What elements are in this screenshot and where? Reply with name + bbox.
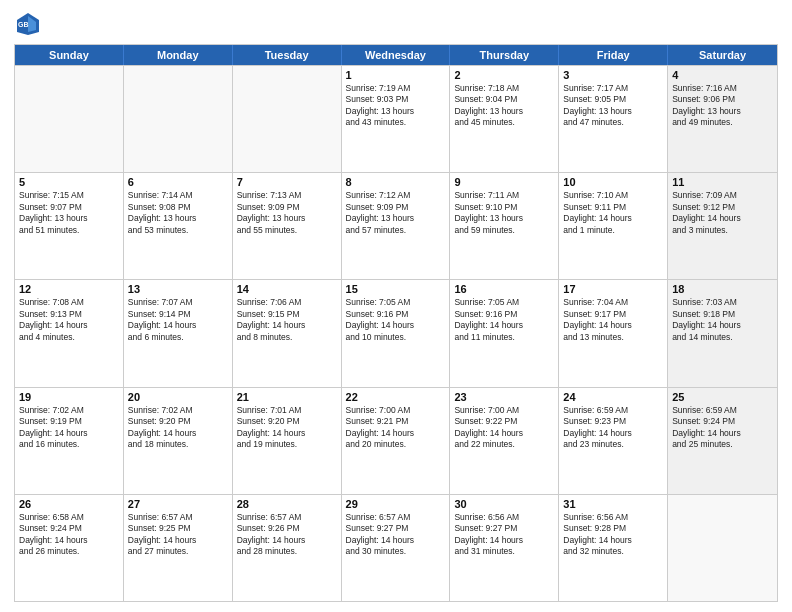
weekday-header: Sunday bbox=[15, 45, 124, 65]
day-number: 30 bbox=[454, 498, 554, 510]
calendar-row: 1Sunrise: 7:19 AMSunset: 9:03 PMDaylight… bbox=[15, 65, 777, 172]
cell-info-line: Daylight: 14 hours bbox=[128, 320, 228, 331]
cell-info-line: Sunset: 9:16 PM bbox=[454, 309, 554, 320]
cell-info-line: and 11 minutes. bbox=[454, 332, 554, 343]
cell-info-line: Daylight: 14 hours bbox=[672, 213, 773, 224]
calendar-cell: 18Sunrise: 7:03 AMSunset: 9:18 PMDayligh… bbox=[668, 280, 777, 386]
cell-info-line: Sunrise: 6:56 AM bbox=[454, 512, 554, 523]
day-number: 20 bbox=[128, 391, 228, 403]
cell-info-line: Daylight: 13 hours bbox=[672, 106, 773, 117]
cell-info-line: and 51 minutes. bbox=[19, 225, 119, 236]
cell-info-line: Sunrise: 7:02 AM bbox=[19, 405, 119, 416]
header: GB bbox=[14, 10, 778, 38]
cell-info-line: and 4 minutes. bbox=[19, 332, 119, 343]
cell-info-line: Daylight: 14 hours bbox=[237, 535, 337, 546]
cell-info-line: Sunset: 9:15 PM bbox=[237, 309, 337, 320]
cell-info-line: and 10 minutes. bbox=[346, 332, 446, 343]
cell-info-line: Sunset: 9:08 PM bbox=[128, 202, 228, 213]
cell-info-line: and 45 minutes. bbox=[454, 117, 554, 128]
cell-info-line: and 55 minutes. bbox=[237, 225, 337, 236]
day-number: 7 bbox=[237, 176, 337, 188]
cell-info-line: Daylight: 14 hours bbox=[563, 320, 663, 331]
cell-info-line: Sunset: 9:24 PM bbox=[19, 523, 119, 534]
cell-info-line: Sunrise: 7:07 AM bbox=[128, 297, 228, 308]
cell-info-line: Sunset: 9:22 PM bbox=[454, 416, 554, 427]
day-number: 28 bbox=[237, 498, 337, 510]
calendar-cell: 3Sunrise: 7:17 AMSunset: 9:05 PMDaylight… bbox=[559, 66, 668, 172]
cell-info-line: Daylight: 14 hours bbox=[128, 428, 228, 439]
cell-info-line: Sunrise: 6:57 AM bbox=[346, 512, 446, 523]
cell-info-line: and 30 minutes. bbox=[346, 546, 446, 557]
cell-info-line: Sunrise: 7:12 AM bbox=[346, 190, 446, 201]
cell-info-line: Sunrise: 7:19 AM bbox=[346, 83, 446, 94]
cell-info-line: Daylight: 14 hours bbox=[672, 320, 773, 331]
cell-info-line: and 43 minutes. bbox=[346, 117, 446, 128]
day-number: 15 bbox=[346, 283, 446, 295]
cell-info-line: Daylight: 13 hours bbox=[346, 106, 446, 117]
cell-info-line: and 13 minutes. bbox=[563, 332, 663, 343]
calendar-body: 1Sunrise: 7:19 AMSunset: 9:03 PMDaylight… bbox=[15, 65, 777, 601]
day-number: 13 bbox=[128, 283, 228, 295]
calendar-header: SundayMondayTuesdayWednesdayThursdayFrid… bbox=[15, 45, 777, 65]
cell-info-line: Sunset: 9:06 PM bbox=[672, 94, 773, 105]
weekday-header: Monday bbox=[124, 45, 233, 65]
cell-info-line: Sunset: 9:04 PM bbox=[454, 94, 554, 105]
day-number: 27 bbox=[128, 498, 228, 510]
cell-info-line: and 23 minutes. bbox=[563, 439, 663, 450]
calendar-cell: 13Sunrise: 7:07 AMSunset: 9:14 PMDayligh… bbox=[124, 280, 233, 386]
cell-info-line: Daylight: 13 hours bbox=[19, 213, 119, 224]
day-number: 23 bbox=[454, 391, 554, 403]
logo: GB bbox=[14, 10, 46, 38]
page: GB SundayMondayTuesdayWednesdayThursdayF… bbox=[0, 0, 792, 612]
calendar-cell: 4Sunrise: 7:16 AMSunset: 9:06 PMDaylight… bbox=[668, 66, 777, 172]
cell-info-line: Sunset: 9:09 PM bbox=[346, 202, 446, 213]
cell-info-line: Daylight: 14 hours bbox=[346, 428, 446, 439]
weekday-header: Wednesday bbox=[342, 45, 451, 65]
calendar-cell: 20Sunrise: 7:02 AMSunset: 9:20 PMDayligh… bbox=[124, 388, 233, 494]
calendar-row: 19Sunrise: 7:02 AMSunset: 9:19 PMDayligh… bbox=[15, 387, 777, 494]
calendar-cell: 30Sunrise: 6:56 AMSunset: 9:27 PMDayligh… bbox=[450, 495, 559, 601]
cell-info-line: Sunset: 9:27 PM bbox=[346, 523, 446, 534]
cell-info-line: Daylight: 14 hours bbox=[19, 535, 119, 546]
cell-info-line: and 57 minutes. bbox=[346, 225, 446, 236]
cell-info-line: and 16 minutes. bbox=[19, 439, 119, 450]
cell-info-line: and 26 minutes. bbox=[19, 546, 119, 557]
cell-info-line: Sunrise: 7:01 AM bbox=[237, 405, 337, 416]
calendar-cell: 7Sunrise: 7:13 AMSunset: 9:09 PMDaylight… bbox=[233, 173, 342, 279]
cell-info-line: Sunrise: 7:18 AM bbox=[454, 83, 554, 94]
cell-info-line: Daylight: 14 hours bbox=[19, 320, 119, 331]
calendar-cell: 2Sunrise: 7:18 AMSunset: 9:04 PMDaylight… bbox=[450, 66, 559, 172]
cell-info-line: Sunset: 9:26 PM bbox=[237, 523, 337, 534]
calendar-cell bbox=[233, 66, 342, 172]
cell-info-line: Daylight: 13 hours bbox=[346, 213, 446, 224]
calendar-row: 26Sunrise: 6:58 AMSunset: 9:24 PMDayligh… bbox=[15, 494, 777, 601]
day-number: 22 bbox=[346, 391, 446, 403]
weekday-header: Friday bbox=[559, 45, 668, 65]
day-number: 3 bbox=[563, 69, 663, 81]
calendar-row: 5Sunrise: 7:15 AMSunset: 9:07 PMDaylight… bbox=[15, 172, 777, 279]
cell-info-line: Daylight: 14 hours bbox=[128, 535, 228, 546]
day-number: 1 bbox=[346, 69, 446, 81]
day-number: 12 bbox=[19, 283, 119, 295]
calendar-cell: 31Sunrise: 6:56 AMSunset: 9:28 PMDayligh… bbox=[559, 495, 668, 601]
cell-info-line: Daylight: 14 hours bbox=[563, 213, 663, 224]
cell-info-line: Sunrise: 6:56 AM bbox=[563, 512, 663, 523]
cell-info-line: and 20 minutes. bbox=[346, 439, 446, 450]
cell-info-line: Sunset: 9:05 PM bbox=[563, 94, 663, 105]
calendar-cell: 24Sunrise: 6:59 AMSunset: 9:23 PMDayligh… bbox=[559, 388, 668, 494]
calendar-cell: 23Sunrise: 7:00 AMSunset: 9:22 PMDayligh… bbox=[450, 388, 559, 494]
cell-info-line: and 53 minutes. bbox=[128, 225, 228, 236]
cell-info-line: and 27 minutes. bbox=[128, 546, 228, 557]
calendar-cell: 28Sunrise: 6:57 AMSunset: 9:26 PMDayligh… bbox=[233, 495, 342, 601]
weekday-header: Saturday bbox=[668, 45, 777, 65]
calendar-cell: 1Sunrise: 7:19 AMSunset: 9:03 PMDaylight… bbox=[342, 66, 451, 172]
cell-info-line: and 47 minutes. bbox=[563, 117, 663, 128]
cell-info-line: Daylight: 14 hours bbox=[346, 535, 446, 546]
calendar-cell: 16Sunrise: 7:05 AMSunset: 9:16 PMDayligh… bbox=[450, 280, 559, 386]
calendar-row: 12Sunrise: 7:08 AMSunset: 9:13 PMDayligh… bbox=[15, 279, 777, 386]
day-number: 26 bbox=[19, 498, 119, 510]
cell-info-line: Daylight: 14 hours bbox=[454, 320, 554, 331]
day-number: 31 bbox=[563, 498, 663, 510]
cell-info-line: Sunrise: 7:13 AM bbox=[237, 190, 337, 201]
cell-info-line: Sunset: 9:09 PM bbox=[237, 202, 337, 213]
